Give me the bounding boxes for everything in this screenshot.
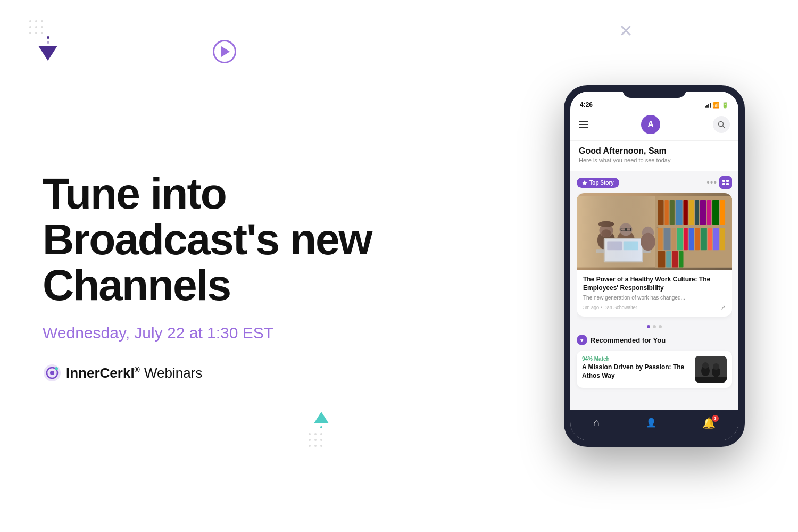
battery-icon: 🔋 [721,102,729,109]
subheadline: Wednesday, July 22 at 1:30 EST [43,324,415,342]
top-story-card[interactable]: The Power of a Healthy Work Culture: The… [577,193,732,317]
svg-point-62 [713,363,719,370]
svg-rect-7 [722,180,725,182]
headline: Tune into Broadcast's new Channels [43,171,415,308]
channels-icon [722,179,729,186]
svg-rect-35 [720,228,725,251]
content-area: Top Story ••• [570,171,738,393]
svg-rect-19 [695,200,699,225]
rec-image-svg [695,356,727,383]
dot-3 [659,325,662,328]
phone-screen: 4:26 📶 🔋 A [570,92,738,440]
recommended-card[interactable]: 94% Match A Mission Driven by Passion: T… [577,351,732,388]
app-header: A [570,111,738,141]
svg-rect-9 [722,183,725,185]
brand-row: InnerCerkl® Webinars [43,363,415,383]
svg-rect-63 [695,377,727,383]
dot-2 [653,325,656,328]
svg-rect-16 [676,200,683,225]
svg-rect-28 [677,228,683,251]
svg-rect-10 [726,183,729,185]
bookmark-icon [582,180,587,185]
svg-rect-8 [726,180,729,182]
more-options-button[interactable]: ••• [706,178,717,187]
top-story-badge: Top Story [577,178,619,188]
bottom-nav: ⌂ 👤 🔔 3 [570,410,738,440]
dot-1 [647,325,650,328]
status-time: 4:26 [580,101,593,109]
svg-rect-37 [666,251,671,267]
notification-badge: 3 [712,415,719,422]
status-icons: 📶 🔋 [705,102,729,109]
phone-notch [622,85,686,98]
cards-scroll: The Power of a Healthy Work Culture: The… [577,193,732,321]
phone-outer: 4:26 📶 🔋 A [564,85,745,447]
top-story-section-header: Top Story ••• [577,176,732,189]
svg-point-2 [50,371,54,375]
search-button[interactable] [713,116,730,133]
dots-decoration [29,20,43,34]
heart-icon: ♥ [577,335,587,345]
svg-rect-22 [712,200,719,225]
carousel-dots [577,325,732,328]
svg-rect-32 [701,228,707,251]
nav-home[interactable]: ⌂ [593,417,600,429]
home-icon: ⌂ [593,417,600,429]
svg-rect-26 [664,228,671,251]
svg-point-3 [55,367,58,370]
svg-rect-21 [707,200,711,225]
svg-rect-57 [577,196,660,268]
greeting-section: Good Afternoon, Sam Here is what you nee… [570,141,738,171]
close-x-icon: ✕ [619,22,633,39]
brand-name: InnerCerkl® [66,365,140,381]
match-label: 94% Match [582,356,689,362]
svg-rect-38 [672,251,678,267]
svg-rect-30 [689,228,694,251]
svg-rect-14 [664,200,668,225]
svg-marker-6 [582,180,587,185]
card-meta: 3m ago • Dan Schowalter ↗ [583,304,726,311]
greeting-title: Good Afternoon, Sam [579,146,730,156]
contacts-icon: 👤 [646,418,656,428]
wifi-icon: 📶 [712,102,720,109]
svg-rect-18 [689,200,694,225]
svg-rect-20 [700,200,706,225]
svg-rect-17 [684,200,688,225]
card-image [577,193,732,270]
rec-image [695,356,727,383]
svg-rect-39 [679,251,683,267]
recommended-card-text: 94% Match A Mission Driven by Passion: T… [582,356,689,380]
app-logo: A [641,115,660,134]
rec-title: A Mission Driven by Passion: The Athos W… [582,363,689,380]
channel-icon [719,176,732,189]
svg-rect-31 [695,228,700,251]
card-body: The Power of a Healthy Work Culture: The… [577,270,732,317]
recommended-title: Recommended for You [591,336,666,344]
menu-icon[interactable] [579,121,588,128]
recommended-header: ♥ Recommended for You [577,335,732,345]
svg-point-60 [702,362,709,369]
svg-rect-34 [713,228,719,251]
search-icon [718,121,725,128]
card-title: The Power of a Healthy Work Culture: The… [583,276,726,292]
svg-rect-33 [708,228,712,251]
nav-notifications[interactable]: 🔔 3 [702,417,716,429]
phone-mockup: 4:26 📶 🔋 A [564,85,745,447]
card-image-svg [577,193,732,270]
nav-contacts[interactable]: 👤 [646,418,656,428]
top-story-cards: The Power of a Healthy Work Culture: The… [577,193,732,321]
brand-webinars: Webinars [144,365,202,381]
svg-line-5 [723,126,725,128]
innercerkl-logo-icon [43,363,62,383]
greeting-subtitle: Here is what you need to see today [579,157,730,163]
svg-rect-29 [684,228,687,251]
card-excerpt: The new generation of work has changed..… [583,294,726,302]
left-content-section: Tune into Broadcast's new Channels Wedne… [43,0,415,532]
svg-rect-15 [670,200,675,225]
top-story-card-main: The Power of a Healthy Work Culture: The… [577,193,732,321]
share-icon[interactable]: ↗ [720,304,726,311]
signal-icon [705,103,711,108]
svg-rect-27 [671,228,676,251]
svg-rect-23 [720,200,725,225]
card-time-author: 3m ago • Dan Schowalter [583,305,637,310]
